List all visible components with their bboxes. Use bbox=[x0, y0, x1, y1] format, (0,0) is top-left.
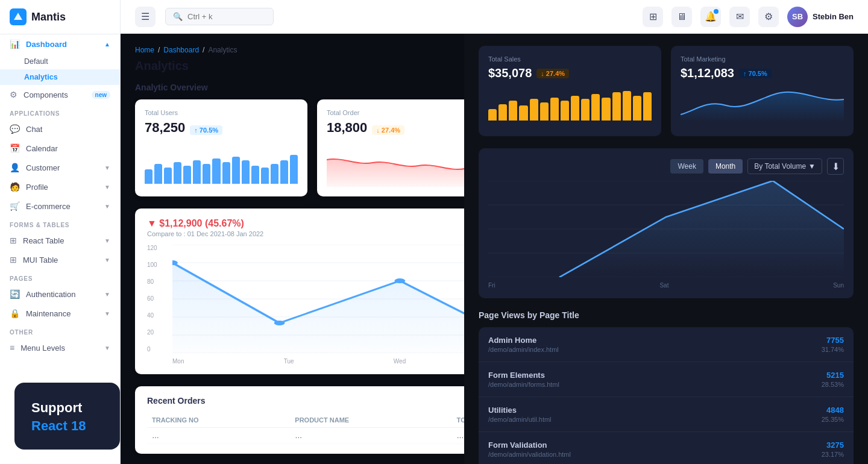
dark-label-marketing: Total Marketing bbox=[681, 55, 844, 63]
pv-count-4: 3275 bbox=[822, 440, 844, 450]
menu-toggle-button[interactable]: ☰ bbox=[135, 7, 156, 27]
dark-volume-select[interactable]: By Total Volume ▼ bbox=[747, 158, 822, 174]
customer-arrow: ▼ bbox=[104, 165, 110, 171]
menu-levels-label: Menu Levels bbox=[20, 343, 65, 353]
sidebar-item-analytics[interactable]: Analytics bbox=[0, 69, 120, 85]
search-input[interactable] bbox=[187, 12, 266, 21]
breadcrumb-dashboard[interactable]: Dashboard bbox=[163, 46, 199, 54]
pv-pct-4: 23.17% bbox=[822, 451, 844, 458]
bar bbox=[261, 168, 269, 184]
dark-panel: ⊞ 🖥 🔔 ✉ ⚙ SB Stebin Ben Total Sales $35,… bbox=[464, 0, 868, 464]
sidebar-item-menu-levels[interactable]: ≡ Menu Levels ▼ bbox=[0, 338, 120, 357]
pv-info-4: Form Validation /demo/admin/validation.h… bbox=[488, 440, 571, 458]
customer-label: Customer bbox=[26, 163, 60, 172]
breadcrumb-home[interactable]: Home bbox=[135, 46, 154, 54]
bar bbox=[212, 158, 220, 184]
users-bar-chart bbox=[145, 148, 298, 184]
bar bbox=[145, 169, 153, 184]
dark-week-button[interactable]: Week bbox=[670, 159, 703, 174]
section-label-applications: Applications bbox=[0, 104, 120, 119]
bar bbox=[488, 109, 497, 121]
user-info[interactable]: SB Stebin Ben bbox=[787, 7, 854, 27]
dark-marketing-row: $1,12,083 ↑ 70.5% bbox=[681, 66, 844, 80]
app-name: Mantis bbox=[31, 11, 66, 24]
bar bbox=[643, 92, 652, 121]
pv-info-1: Admin Home /demo/admin/index.html bbox=[488, 336, 559, 353]
income-value: ▼ $1,12,900 (45.67%) bbox=[147, 218, 263, 229]
sidebar-item-maintenance[interactable]: 🔒 Maintenance ▼ bbox=[0, 304, 120, 323]
customer-icon: 👤 bbox=[10, 163, 20, 172]
sidebar-item-react-table[interactable]: ⊞ React Table ▼ bbox=[0, 231, 120, 250]
dashboard-arrow: ▲ bbox=[104, 41, 110, 48]
income-info: ▼ $1,12,900 (45.67%) Compare to : 01 Dec… bbox=[147, 218, 263, 237]
components-badge: new bbox=[92, 91, 110, 99]
sidebar-item-authentication[interactable]: 🔄 Authentication ▼ bbox=[0, 284, 120, 304]
bar bbox=[271, 164, 278, 184]
user-avatar: SB bbox=[787, 7, 808, 27]
dark-sales-row: $35,078 ↓ 27.4% bbox=[488, 66, 652, 80]
support-popup: Support React 18 bbox=[14, 383, 120, 450]
bar bbox=[509, 101, 517, 121]
bar bbox=[581, 99, 590, 121]
sidebar-item-mui-table[interactable]: ⊞ MUI Table ▼ bbox=[0, 250, 120, 269]
profile-arrow: ▼ bbox=[104, 184, 110, 190]
sidebar-logo[interactable]: Mantis bbox=[0, 0, 120, 34]
search-box[interactable]: 🔍 bbox=[165, 8, 274, 25]
chat-icon: 💬 bbox=[10, 124, 20, 134]
bar bbox=[633, 96, 641, 121]
dark-stat-card-marketing: Total Marketing $1,12,083 ↑ 70.5% bbox=[671, 46, 854, 136]
stat-card-users: Total Users 78,250 ↑ 70.5% bbox=[135, 99, 307, 196]
sidebar-item-customer[interactable]: 👤 Customer ▼ bbox=[0, 158, 120, 177]
page-views-section: Page Views by Page Title Admin Home /dem… bbox=[479, 310, 854, 464]
grid-icon-button[interactable]: ⊞ bbox=[643, 7, 663, 27]
x-label-mon: Mon bbox=[172, 358, 184, 365]
dark-sales-badge: ↓ 27.4% bbox=[536, 69, 569, 78]
react-table-label: React Table bbox=[23, 236, 64, 245]
pv-count-2: 5215 bbox=[822, 371, 844, 380]
pv-count-1: 7755 bbox=[822, 336, 844, 345]
mail-button[interactable]: ✉ bbox=[729, 7, 750, 27]
dark-download-button[interactable]: ⬇ bbox=[827, 158, 844, 175]
bar bbox=[203, 164, 210, 184]
bar bbox=[519, 105, 527, 121]
sidebar-item-components[interactable]: ⚙ Components new bbox=[0, 85, 120, 104]
bar bbox=[530, 99, 538, 121]
breadcrumb-sep2: / bbox=[203, 46, 204, 54]
bar bbox=[602, 98, 610, 121]
sidebar-item-profile[interactable]: 🧑 Profile ▼ bbox=[0, 177, 120, 196]
sidebar-item-chat[interactable]: 💬 Chat bbox=[0, 119, 120, 139]
col-product: PRODUCT NAME bbox=[290, 413, 451, 428]
dark-marketing-chart bbox=[681, 87, 844, 127]
header: ☰ 🔍 ⊞ 🖥 🔔 ✉ ⚙ SB Stebin Ben bbox=[121, 0, 868, 34]
auth-icon: 🔄 bbox=[10, 289, 20, 299]
notification-button[interactable]: 🔔 bbox=[700, 7, 721, 27]
pv-pct-1: 31.74% bbox=[822, 346, 844, 353]
pv-url-4: /demo/admin/validation.html bbox=[488, 451, 571, 458]
page-view-item-4: Form Validation /demo/admin/validation.h… bbox=[479, 432, 854, 464]
sidebar-item-calendar[interactable]: 📅 Calendar bbox=[0, 139, 120, 158]
bar bbox=[540, 102, 549, 121]
ecommerce-icon: 🛒 bbox=[10, 201, 20, 211]
pv-title-3: Utilities bbox=[488, 406, 552, 415]
svg-marker-0 bbox=[14, 13, 22, 20]
dark-line-chart bbox=[488, 181, 844, 277]
sidebar-item-dashboard[interactable]: 📊 Dashboard ▲ bbox=[0, 34, 120, 54]
react-table-icon: ⊞ bbox=[10, 236, 17, 245]
notification-badge bbox=[714, 9, 719, 14]
settings-button[interactable]: ⚙ bbox=[758, 7, 779, 27]
sidebar-item-ecommerce[interactable]: 🛒 E-commerce ▼ bbox=[0, 196, 120, 216]
profile-icon: 🧑 bbox=[10, 182, 20, 192]
dark-month-button[interactable]: Month bbox=[708, 159, 743, 174]
support-subtitle: React 18 bbox=[31, 418, 103, 435]
sidebar-item-default[interactable]: Default bbox=[0, 54, 120, 69]
bar bbox=[154, 164, 162, 184]
maintenance-icon: 🔒 bbox=[10, 309, 20, 318]
col-tracking: TRACKING NO bbox=[147, 413, 290, 428]
menu-levels-arrow: ▼ bbox=[104, 345, 110, 351]
stat-badge-order: ↓ 27.4% bbox=[372, 125, 404, 135]
bar bbox=[280, 160, 288, 184]
header-right: ⊞ 🖥 🔔 ✉ ⚙ SB Stebin Ben bbox=[643, 7, 854, 27]
apps-icon-button[interactable]: 🖥 bbox=[671, 7, 692, 27]
bar bbox=[174, 162, 181, 184]
bar bbox=[183, 166, 191, 184]
